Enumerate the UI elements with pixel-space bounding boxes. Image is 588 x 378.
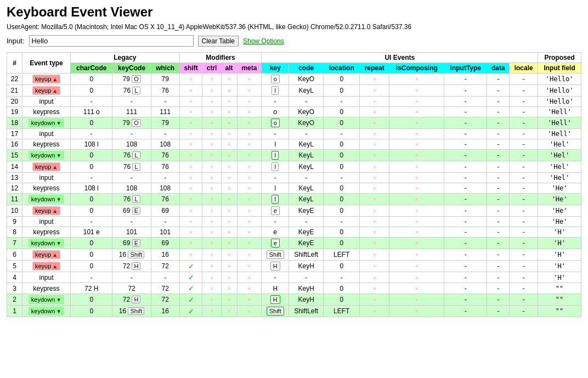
event-type-badge: keyup ▲ <box>32 162 60 171</box>
repeat-value: × <box>372 263 376 269</box>
ctrl-value: × <box>210 98 213 105</box>
cell-num: 19 <box>7 107 22 117</box>
key-value: l <box>274 140 276 148</box>
cell-keycode: 72 <box>112 283 151 294</box>
cell-data: - <box>487 183 510 194</box>
ctrl-value: × <box>210 141 213 148</box>
cell-shift: ✓ <box>179 272 202 283</box>
cell-data: - <box>487 161 510 173</box>
repeat-value: × <box>372 185 376 191</box>
cell-num: 13 <box>7 173 22 183</box>
cell-ctrl: × <box>202 117 221 129</box>
cell-shift: ✓ <box>179 306 202 317</box>
shift-value: × <box>189 207 193 214</box>
cell-location: 0 <box>324 294 360 306</box>
cell-code: - <box>289 129 323 139</box>
keyboard-input[interactable] <box>29 35 194 47</box>
cell-ctrl: × <box>202 194 221 205</box>
cell-inputfield: 'Hel' <box>538 161 581 173</box>
cell-alt: × <box>221 129 237 139</box>
th-num: # <box>7 53 22 74</box>
meta-value: × <box>247 240 251 246</box>
cell-keycode: - <box>112 129 151 139</box>
table-row: 12keypress108 l108108××××lKeyL0××---'He' <box>7 183 581 194</box>
cell-data: - <box>487 217 510 227</box>
cell-inputfield: 'H' <box>538 249 581 261</box>
alt-value: × <box>227 87 230 94</box>
event-type-label: keypress <box>33 285 60 292</box>
cell-eventtype: keyup ▲ <box>22 74 71 85</box>
show-options-link[interactable]: Show Options <box>243 37 284 45</box>
cell-shift: × <box>179 217 202 227</box>
th-ctrl: ctrl <box>202 63 221 74</box>
iscomposing-value: × <box>415 207 419 214</box>
iscomposing-value: × <box>415 285 419 292</box>
repeat-value: × <box>372 152 376 159</box>
cell-meta: × <box>237 227 262 238</box>
cell-key: Shift <box>262 306 289 317</box>
cell-iscomposing: × <box>389 238 444 249</box>
th-shift: shift <box>179 63 202 74</box>
cell-repeat: × <box>360 238 389 249</box>
event-type-badge: keyup ▲ <box>32 206 60 215</box>
shift-value: × <box>189 87 193 94</box>
cell-repeat: × <box>360 205 389 217</box>
cell-code: KeyL <box>289 150 323 161</box>
key-badge: Shift <box>267 250 284 259</box>
key-badge: l <box>272 86 278 95</box>
cell-meta: × <box>237 129 262 139</box>
cell-iscomposing: × <box>389 205 444 217</box>
repeat-value: × <box>372 174 376 181</box>
cell-which: - <box>151 217 179 227</box>
cell-repeat: × <box>360 139 389 150</box>
cell-inputtype: - <box>444 261 487 272</box>
iscomposing-value: × <box>415 296 419 303</box>
cell-eventtype: keypress <box>22 227 71 238</box>
iscomposing-value: × <box>415 229 419 235</box>
cell-shift: × <box>179 85 202 97</box>
cell-data: - <box>487 85 510 97</box>
iscomposing-value: × <box>415 174 419 181</box>
key-badge: o <box>271 119 280 127</box>
shift-value: × <box>189 120 193 126</box>
shift-value: × <box>189 229 193 235</box>
repeat-value: × <box>372 296 376 303</box>
cell-shift: × <box>179 97 202 107</box>
cell-iscomposing: × <box>389 249 444 261</box>
cell-key: Shift <box>262 249 289 261</box>
cell-num: 15 <box>7 150 22 161</box>
shift-value: ✓ <box>188 307 194 315</box>
iscomposing-value: × <box>415 308 419 314</box>
cell-location: 0 <box>324 139 360 150</box>
cell-data: - <box>487 272 510 283</box>
meta-value: × <box>247 263 251 269</box>
cell-inputfield: 'He' <box>538 205 581 217</box>
table-row: 21keyup ▲076 L76××××lKeyL0××---'Hello' <box>7 85 581 97</box>
alt-value: × <box>227 274 230 281</box>
cell-charcode: 108 l <box>71 183 112 194</box>
cell-location: 0 <box>324 194 360 205</box>
shift-value: × <box>189 98 193 105</box>
cell-ctrl: × <box>202 107 221 117</box>
cell-which: - <box>151 272 179 283</box>
event-type-label: input <box>39 130 54 138</box>
cell-inputtype: - <box>444 249 487 261</box>
cell-ctrl: × <box>202 283 221 294</box>
event-type-badge: keydown ▼ <box>29 119 64 127</box>
alt-value: × <box>227 163 230 170</box>
cell-charcode: 72 H <box>71 283 112 294</box>
cell-keycode: 108 <box>112 139 151 150</box>
event-type-badge: keydown ▼ <box>29 195 64 204</box>
cell-charcode: - <box>71 272 112 283</box>
cell-eventtype: keydown ▼ <box>22 294 71 306</box>
cell-shift: × <box>179 107 202 117</box>
cell-num: 16 <box>7 139 22 150</box>
cell-keycode: 69 E <box>112 205 151 217</box>
cell-num: 12 <box>7 183 22 194</box>
key-value: l <box>274 184 276 192</box>
cell-charcode: - <box>71 129 112 139</box>
cell-key: - <box>262 272 289 283</box>
meta-value: × <box>247 109 251 115</box>
ctrl-value: × <box>210 109 213 115</box>
clear-table-button[interactable]: Clear Table <box>198 36 239 47</box>
